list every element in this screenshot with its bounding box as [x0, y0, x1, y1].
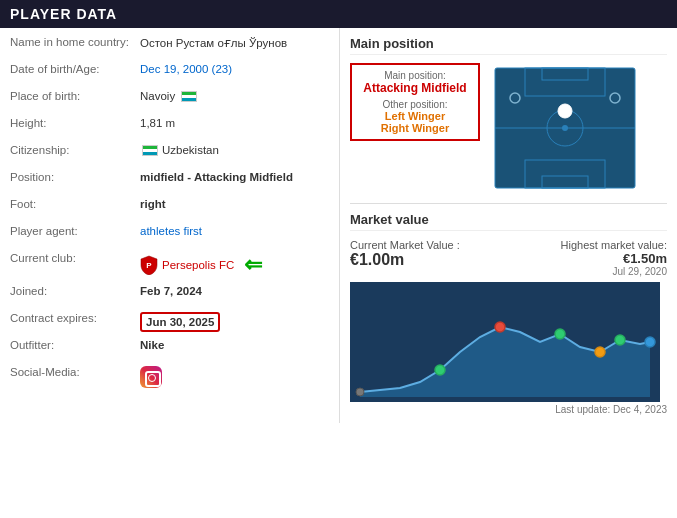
joined-row: Joined: Feb 7, 2024	[10, 285, 329, 305]
height-row: Height: 1,81 m	[10, 117, 329, 137]
arrow-icon: ⇐	[244, 252, 262, 278]
height-value: 1,81 m	[140, 117, 175, 129]
dob-label: Date of birth/Age:	[10, 63, 140, 75]
position-row: Position: midfield - Attacking Midfield	[10, 171, 329, 191]
market-chart	[350, 282, 660, 402]
other-position-label: Other position:	[360, 99, 470, 110]
social-row: Social-Media:	[10, 366, 329, 388]
position-value: midfield - Attacking Midfield	[140, 171, 293, 183]
position-label: Position:	[10, 171, 140, 183]
pob-value: Navoiy	[140, 90, 197, 102]
outfitter-value: Nike	[140, 339, 164, 351]
flag-uz-icon	[142, 145, 158, 156]
club-value: P Persepolis FC ⇐	[140, 252, 262, 278]
right-panel: Main position Main position: Attacking M…	[340, 28, 677, 423]
height-label: Height:	[10, 117, 140, 129]
market-header: Current Market Value : €1.00m Highest ma…	[350, 239, 667, 277]
player-data-header: PLAYER DATA	[0, 0, 677, 28]
flag-uzbekistan-icon	[181, 91, 197, 102]
joined-label: Joined:	[10, 285, 140, 297]
social-value	[140, 366, 162, 388]
position-info-box: Main position: Attacking Midfield Other …	[350, 63, 480, 141]
citizenship-row: Citizenship: Uzbekistan	[10, 144, 329, 164]
contract-label: Contract expires:	[10, 312, 140, 324]
main-position-value: Attacking Midfield	[360, 81, 470, 95]
agent-label: Player agent:	[10, 225, 140, 237]
joined-value: Feb 7, 2024	[140, 285, 202, 297]
other-position-2: Right Winger	[360, 122, 470, 134]
dob-row: Date of birth/Age: Dec 19, 2000 (23)	[10, 63, 329, 83]
citizenship-value: Uzbekistan	[140, 144, 219, 156]
name-value: Остон Рустам оғлы Ўрунов	[140, 36, 287, 50]
citizenship-label: Citizenship:	[10, 144, 140, 156]
market-current-block: Current Market Value : €1.00m	[350, 239, 460, 277]
other-position-1: Left Winger	[360, 110, 470, 122]
svg-point-14	[435, 365, 445, 375]
market-section: Market value Current Market Value : €1.0…	[350, 203, 667, 415]
main-position-label: Main position:	[360, 70, 470, 81]
contract-value: Jun 30, 2025	[140, 312, 220, 332]
club-shield-icon: P	[140, 255, 158, 275]
market-highest-date: Jul 29, 2020	[561, 266, 667, 277]
name-row: Name in home country: Остон Рустам оғлы …	[10, 36, 329, 56]
pob-row: Place of birth: Navoiy	[10, 90, 329, 110]
club-name[interactable]: Persepolis FC	[162, 259, 234, 271]
club-label: Current club:	[10, 252, 140, 264]
main-position-title: Main position	[350, 36, 667, 55]
agent-row: Player agent: athletes first	[10, 225, 329, 245]
svg-point-11	[562, 125, 568, 131]
market-highest-block: Highest market value: €1.50m Jul 29, 202…	[561, 239, 667, 277]
pitch-container: Main position: Attacking Midfield Other …	[350, 63, 667, 193]
market-highest-value: €1.50m	[561, 251, 667, 266]
left-panel: Name in home country: Остон Рустам оғлы …	[0, 28, 340, 423]
instagram-icon[interactable]	[140, 366, 162, 388]
svg-point-13	[356, 388, 364, 396]
svg-point-19	[645, 337, 655, 347]
svg-point-16	[555, 329, 565, 339]
market-current-value: €1.00m	[350, 251, 460, 269]
svg-point-15	[495, 322, 505, 332]
dob-value: Dec 19, 2000 (23)	[140, 63, 232, 75]
svg-point-17	[595, 347, 605, 357]
last-update: Last update: Dec 4, 2023	[350, 404, 667, 415]
foot-row: Foot: right	[10, 198, 329, 218]
outfitter-row: Outfitter: Nike	[10, 339, 329, 359]
name-label: Name in home country:	[10, 36, 140, 48]
header-title: PLAYER DATA	[10, 6, 117, 22]
foot-label: Foot:	[10, 198, 140, 210]
foot-value: right	[140, 198, 166, 210]
contract-row: Contract expires: Jun 30, 2025	[10, 312, 329, 332]
social-label: Social-Media:	[10, 366, 140, 378]
market-highest-label: Highest market value:	[561, 239, 667, 251]
svg-point-18	[615, 335, 625, 345]
market-current-label: Current Market Value :	[350, 239, 460, 251]
club-row: Current club: P Persepolis FC ⇐	[10, 252, 329, 278]
svg-point-8	[558, 104, 572, 118]
football-pitch	[490, 63, 640, 193]
market-title: Market value	[350, 212, 667, 231]
outfitter-label: Outfitter:	[10, 339, 140, 351]
svg-text:P: P	[146, 261, 152, 270]
agent-value[interactable]: athletes first	[140, 225, 202, 237]
pob-label: Place of birth:	[10, 90, 140, 102]
